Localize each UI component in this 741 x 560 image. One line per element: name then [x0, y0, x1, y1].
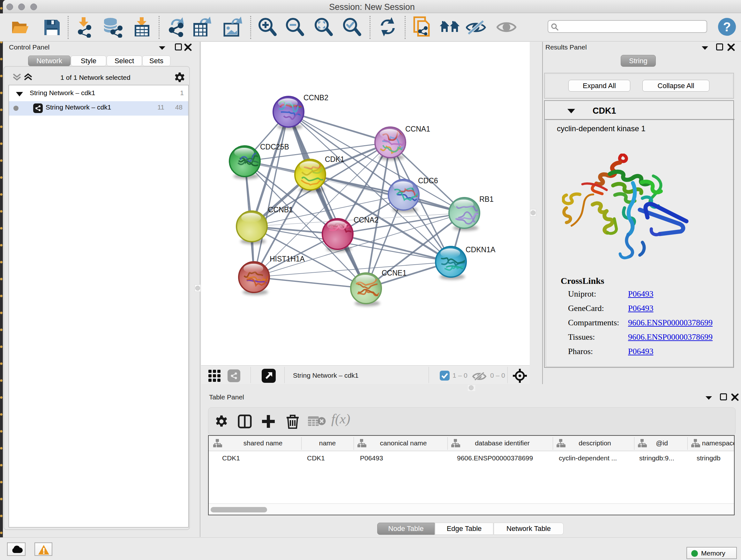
svg-text:CDK1: CDK1	[325, 155, 344, 164]
svg-text:CCNA2: CCNA2	[354, 216, 379, 224]
svg-text:CDKN1A: CDKN1A	[466, 246, 495, 254]
svg-text:CCNA1: CCNA1	[405, 125, 430, 133]
svg-text:CDC6: CDC6	[418, 177, 438, 185]
svg-text:CCNE1: CCNE1	[382, 269, 407, 277]
svg-text:CCNB1: CCNB1	[268, 206, 293, 214]
svg-text:CCNB2: CCNB2	[304, 94, 328, 102]
svg-text:RB1: RB1	[479, 195, 494, 203]
svg-text:CDC25B: CDC25B	[260, 143, 289, 151]
svg-text:HIST1H1A: HIST1H1A	[270, 255, 305, 263]
